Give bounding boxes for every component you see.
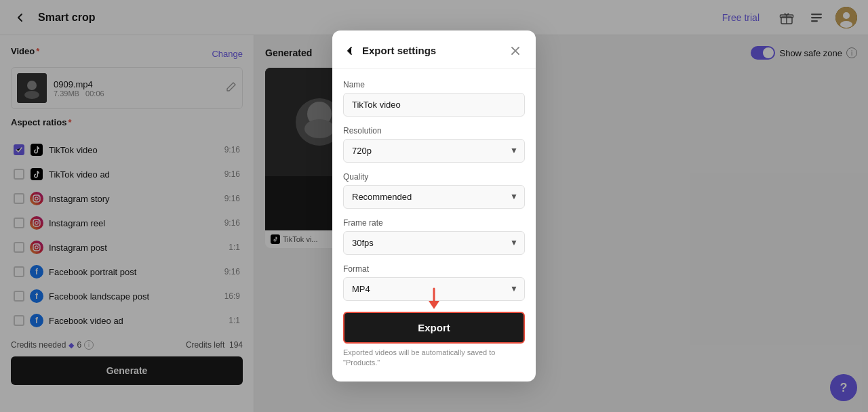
format-field-label: Format	[343, 264, 525, 274]
modal-header: Export settings	[332, 30, 536, 69]
resolution-select-wrapper: 720p1080p480p ▼	[343, 139, 525, 163]
modal-close-button[interactable]	[506, 41, 525, 60]
format-select-wrapper: MP4MOVGIF ▼	[343, 277, 525, 301]
framerate-select[interactable]: 30fps24fps60fps	[343, 231, 525, 255]
resolution-field-label: Resolution	[343, 126, 525, 136]
modal-body: Name Resolution 720p1080p480p ▼ Quality	[332, 69, 536, 312]
export-button-wrap: Export	[332, 312, 536, 344]
format-select[interactable]: MP4MOVGIF	[343, 277, 525, 301]
framerate-field-group: Frame rate 30fps24fps60fps ▼	[343, 218, 525, 255]
resolution-select[interactable]: 720p1080p480p	[343, 139, 525, 163]
export-button[interactable]: Export	[343, 312, 525, 344]
modal-overlay: Export settings Name Resolution 720p1080…	[0, 0, 868, 412]
resolution-field-group: Resolution 720p1080p480p ▼	[343, 126, 525, 163]
name-field-group: Name	[343, 80, 525, 117]
modal-back-button[interactable]	[340, 41, 359, 60]
modal-title: Export settings	[362, 45, 506, 56]
quality-field-label: Quality	[343, 172, 525, 182]
quality-select-wrapper: RecommendedHighMediumLow ▼	[343, 185, 525, 209]
framerate-select-wrapper: 30fps24fps60fps ▼	[343, 231, 525, 255]
format-field-group: Format MP4MOVGIF ▼	[343, 264, 525, 301]
quality-select[interactable]: RecommendedHighMediumLow	[343, 185, 525, 209]
export-settings-modal: Export settings Name Resolution 720p1080…	[332, 30, 536, 382]
framerate-field-label: Frame rate	[343, 218, 525, 228]
quality-field-group: Quality RecommendedHighMediumLow ▼	[343, 172, 525, 209]
export-note: Exported videos will be automatically sa…	[332, 344, 536, 369]
name-field-label: Name	[343, 80, 525, 89]
name-input[interactable]	[343, 93, 525, 117]
